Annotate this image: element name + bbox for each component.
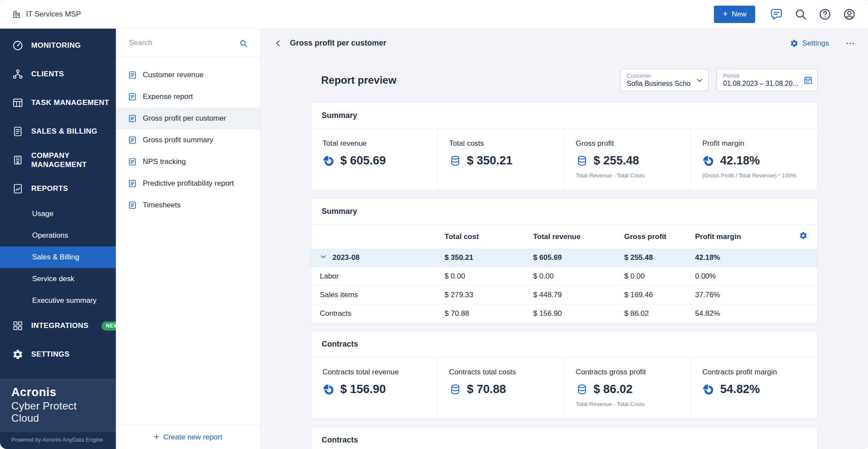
brand-acronis: Acronis <box>11 386 105 399</box>
coins-icon <box>576 383 588 396</box>
cell-gross-profit: $ 169.46 <box>620 286 690 305</box>
customer-select-value: Sofia Business School <box>627 80 691 88</box>
sidebar-item-task-management[interactable]: TASK MANAGEMENT <box>0 88 116 117</box>
sidebar-sub-label: Executive summary <box>32 296 96 305</box>
report-item-nps-tracking[interactable]: NPS tracking <box>116 151 260 173</box>
create-new-report-label: Create new report <box>163 433 222 442</box>
gear-icon <box>12 349 23 360</box>
report-item-timesheets[interactable]: Timesheets <box>116 194 260 216</box>
report-item-gross-profit-per-customer[interactable]: Gross profit per customer <box>116 108 260 129</box>
sidebar-label: SETTINGS <box>31 350 69 359</box>
chevron-down-icon <box>695 76 704 85</box>
sidebar-label: REPORTS <box>31 184 68 193</box>
plus-icon: + <box>154 432 159 442</box>
report-item-label: Customer revenue <box>143 71 204 79</box>
metric-label: Profit margin <box>702 139 806 148</box>
new-button[interactable]: + New <box>714 6 755 23</box>
report-item-label: Predictive profitability report <box>143 179 234 188</box>
table-row-2023-08[interactable]: 2023-08 $ 350.21 $ 605.69 $ 255.48 42.18… <box>311 249 817 267</box>
report-item-gross-profit-summary[interactable]: Gross profit summary <box>116 129 260 151</box>
metric-label: Contracts total costs <box>449 368 553 377</box>
column-settings-cell <box>789 225 817 249</box>
column-header: Total revenue <box>529 225 620 249</box>
period-picker[interactable]: Period 01.08.2023 – 31.08.20... <box>717 69 818 91</box>
tenant-switcher[interactable]: IT Services MSP <box>12 10 81 19</box>
row-name: Sales items <box>311 286 440 305</box>
sidebar-item-integrations[interactable]: INTEGRATIONS NEW <box>0 311 116 340</box>
report-settings-button[interactable]: Settings <box>790 39 829 48</box>
sidebar-item-clients[interactable]: CLIENTS <box>0 60 116 88</box>
cell-total-cost: $ 70.88 <box>440 305 529 323</box>
sidebar-item-company-management[interactable]: COMPANY MANAGEMENT <box>0 146 116 174</box>
table-gear-icon[interactable] <box>799 231 808 240</box>
donut-chart-icon <box>322 383 335 396</box>
search-icon[interactable] <box>239 39 248 47</box>
metric-contracts-gross-profit: Contracts gross profit $ 86.02 Total Rev… <box>565 357 691 419</box>
summary-table: Total cost Total revenue Gross profit Pr… <box>311 225 817 323</box>
account-icon[interactable] <box>843 8 856 21</box>
gauge-icon <box>12 40 23 51</box>
report-item-customer-revenue[interactable]: Customer revenue <box>116 64 260 86</box>
report-list-panel: Customer revenue Expense report Gross pr… <box>116 29 260 449</box>
report-item-label: Expense report <box>143 92 193 101</box>
report-item-expense-report[interactable]: Expense report <box>116 86 260 108</box>
card-title: Summary <box>311 199 817 225</box>
metric-profit-margin: Profit margin 42.18% (Gross Profit / Tot… <box>691 129 817 190</box>
customer-select[interactable]: Customer Sofia Business School <box>620 69 709 91</box>
sidebar-item-executive-summary[interactable]: Executive summary <box>0 290 116 311</box>
report-doc-icon <box>128 201 137 210</box>
report-item-predictive-profitability[interactable]: Predictive profitability report <box>116 173 260 194</box>
metric-value: $ 350.21 <box>467 154 513 167</box>
sidebar-item-monitoring[interactable]: MONITORING <box>0 31 116 60</box>
search-input[interactable] <box>128 38 234 48</box>
report-doc-icon <box>128 157 137 166</box>
cell-total-cost: $ 279.33 <box>440 286 529 305</box>
sidebar-sub-label: Usage <box>32 210 53 218</box>
sidebar-item-reports[interactable]: REPORTS <box>0 174 116 203</box>
gear-icon <box>790 39 799 48</box>
cell-profit-margin: 0.00% <box>690 267 789 286</box>
sidebar-item-service-desk[interactable]: Service desk <box>0 268 116 290</box>
metric-label: Gross profit <box>576 139 680 148</box>
metric-value: $ 605.69 <box>340 154 386 167</box>
chevron-down-icon[interactable] <box>320 253 329 262</box>
coins-icon <box>449 383 461 396</box>
cell-gross-profit: $ 86.02 <box>620 305 690 323</box>
column-header: Gross profit <box>620 225 690 249</box>
coins-icon <box>576 155 588 167</box>
cell-total-revenue: $ 0.00 <box>529 267 620 286</box>
metric-label: Total costs <box>449 139 553 148</box>
metric-subtitle: Total Revenue - Total Costs <box>576 401 680 407</box>
row-name: Contracts <box>311 305 440 323</box>
search-icon[interactable] <box>794 8 807 21</box>
topbar: IT Services MSP + New <box>0 0 868 29</box>
column-header: Profit margin <box>690 225 789 249</box>
sidebar-item-sales-billing-reports[interactable]: Sales & Billing <box>0 246 116 268</box>
metric-label: Contracts gross profit <box>576 368 680 377</box>
cell-gross-profit: $ 0.00 <box>620 267 690 286</box>
metric-contracts-total-revenue: Contracts total revenue $ 156.90 <box>311 357 438 419</box>
sidebar-item-sales-billing[interactable]: SALES & BILLING <box>0 117 116 146</box>
cell-total-revenue: $ 156.90 <box>529 305 620 323</box>
sidebar-sub-label: Operations <box>32 231 68 240</box>
table-row-labor: Labor $ 0.00 $ 0.00 $ 0.00 0.00% <box>311 267 817 286</box>
back-chevron-icon[interactable] <box>273 39 283 48</box>
sidebar-sub-label: Sales & Billing <box>32 253 79 262</box>
plus-icon: + <box>723 9 728 18</box>
sidebar-item-usage[interactable]: Usage <box>0 203 116 225</box>
card-title: Summary <box>311 103 817 129</box>
table-row-contracts: Contracts $ 70.88 $ 156.90 $ 86.02 54.82… <box>311 305 817 323</box>
more-ellipsis-icon[interactable] <box>845 39 855 48</box>
page-title: Gross profit per customer <box>290 39 386 48</box>
create-new-report-button[interactable]: + Create new report <box>116 425 260 449</box>
help-icon[interactable] <box>819 8 832 21</box>
sidebar-sub-label: Service desk <box>32 275 74 283</box>
metric-contracts-total-costs: Contracts total costs $ 70.88 <box>438 357 565 419</box>
task-board-icon <box>12 97 23 108</box>
main-sidebar: MONITORING CLIENTS <box>0 29 116 449</box>
brand-logo: Acronis Cyber Protect Cloud <box>0 379 116 432</box>
sidebar-item-operations[interactable]: Operations <box>0 225 116 246</box>
chat-icon[interactable] <box>770 8 783 21</box>
report-doc-icon <box>128 136 137 144</box>
sidebar-item-settings[interactable]: SETTINGS <box>0 340 116 369</box>
